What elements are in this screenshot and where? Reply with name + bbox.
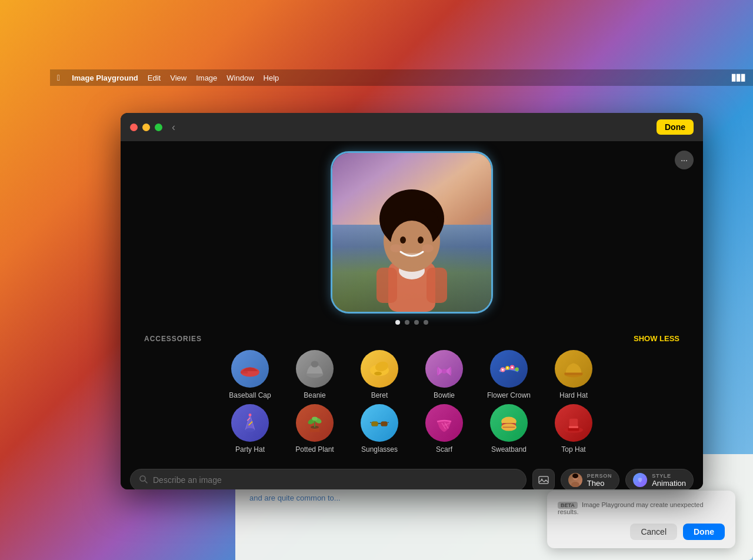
maximize-button[interactable] — [155, 124, 162, 131]
svg-point-10 — [400, 236, 406, 244]
svg-point-11 — [418, 236, 424, 244]
svg-rect-46 — [371, 422, 378, 426]
menu-bar:  Image Playground Edit View Image Windo… — [50, 69, 753, 86]
sweatband-icon — [490, 404, 528, 442]
svg-point-26 — [502, 369, 504, 371]
hard-hat-icon — [555, 350, 592, 388]
close-button[interactable] — [130, 124, 138, 131]
style-icon — [633, 473, 647, 487]
accessory-hard-hat[interactable]: Hard Hat — [544, 350, 603, 399]
show-less-button[interactable]: SHOW LESS — [634, 334, 679, 343]
text-line-3: and are quite common to... — [249, 492, 480, 505]
app-window: ‹ Done ··· — [121, 113, 703, 489]
hard-hat-label: Hard Hat — [559, 391, 588, 399]
bowtie-label: Bowtie — [434, 391, 455, 399]
search-icon — [139, 475, 148, 486]
sweatband-label: Sweatband — [491, 445, 527, 454]
cancel-button[interactable]: Cancel — [630, 524, 677, 540]
accessory-bowtie[interactable]: Bowtie — [415, 350, 474, 399]
alert-buttons: Cancel Done — [558, 524, 725, 540]
accessory-sunglasses[interactable]: Sunglasses — [350, 404, 409, 454]
person-svg — [332, 153, 491, 312]
alert-beta-notice: BETA Image Playground may create unexpec… — [558, 501, 725, 515]
dot-1[interactable] — [395, 320, 400, 325]
accessory-flower-crown[interactable]: Flower Crown — [479, 350, 538, 399]
menu-edit[interactable]: Edit — [148, 74, 161, 82]
main-content: ··· — [121, 141, 703, 489]
svg-point-64 — [571, 482, 579, 487]
image-placeholder — [332, 153, 491, 312]
svg-rect-2 — [427, 268, 447, 303]
generated-image[interactable] — [332, 153, 491, 312]
menu-window[interactable]: Window — [226, 74, 254, 82]
done-button[interactable]: Done — [657, 119, 694, 135]
accessory-beret[interactable]: Beret — [350, 350, 409, 399]
menu-app-name[interactable]: Image Playground — [72, 74, 138, 82]
svg-point-20 — [374, 372, 382, 375]
svg-point-34 — [249, 414, 252, 416]
top-hat-icon — [555, 404, 592, 442]
accessories-section: ACCESSORIES SHOW LESS Baseball Cap — [121, 334, 703, 464]
image-upload-button[interactable] — [532, 469, 555, 489]
svg-point-17 — [311, 361, 319, 367]
svg-line-60 — [145, 481, 147, 483]
person-label: PERSON — [587, 473, 612, 479]
search-input-container[interactable] — [130, 469, 527, 489]
accessories-row-2: Party Hat — [132, 404, 691, 454]
style-pill-text: STYLE Animation — [652, 473, 686, 488]
menu-image[interactable]: Image — [196, 74, 217, 82]
person-pill-text: PERSON Theo — [587, 473, 612, 488]
menu-bar-right: ▊▊▊ — [732, 74, 746, 82]
svg-rect-47 — [381, 422, 387, 426]
person-avatar — [568, 473, 582, 487]
minimize-button[interactable] — [142, 124, 150, 131]
svg-rect-57 — [568, 428, 579, 431]
accessory-potted-plant[interactable]: Potted Plant — [285, 404, 344, 454]
menu-help[interactable]: Help — [264, 74, 279, 82]
svg-point-25 — [515, 368, 518, 371]
svg-rect-1 — [376, 268, 397, 303]
battery-icon: ▊▊▊ — [732, 74, 746, 82]
dot-3[interactable] — [414, 320, 419, 325]
baseball-cap-icon — [231, 350, 269, 388]
confirm-done-button[interactable]: Done — [683, 524, 725, 540]
bottom-toolbar: PERSON Theo — [121, 464, 703, 489]
accessory-scarf[interactable]: Scarf — [415, 404, 474, 454]
accessories-header: ACCESSORIES SHOW LESS — [132, 334, 691, 343]
svg-point-65 — [572, 474, 578, 478]
menu-view[interactable]: View — [170, 74, 186, 82]
potted-plant-icon — [296, 404, 334, 442]
alert-dialog: BETA Image Playground may create unexpec… — [547, 491, 735, 548]
apple-logo-icon:  — [57, 73, 60, 82]
bowtie-icon — [425, 350, 463, 388]
svg-point-12 — [390, 244, 402, 252]
scarf-icon — [425, 404, 463, 442]
svg-point-40 — [312, 417, 318, 421]
back-button[interactable]: ‹ — [172, 121, 175, 134]
svg-rect-15 — [241, 371, 248, 374]
svg-point-27 — [507, 367, 508, 368]
party-hat-icon — [231, 404, 269, 442]
flower-crown-icon — [490, 350, 528, 388]
alert-beta-text: Image Playground may create unexpected r… — [558, 501, 704, 515]
party-hat-label: Party Hat — [235, 445, 265, 454]
accessory-beanie[interactable]: Beanie — [285, 350, 344, 399]
accessory-sweatband[interactable]: Sweatband — [479, 404, 538, 454]
person-pill[interactable]: PERSON Theo — [561, 469, 619, 489]
accessory-top-hat[interactable]: Top Hat — [544, 404, 603, 454]
baseball-cap-label: Baseball Cap — [229, 391, 271, 399]
more-icon: ··· — [681, 155, 688, 165]
dot-2[interactable] — [405, 320, 409, 325]
pagination-dots — [395, 320, 428, 325]
search-input[interactable] — [153, 475, 518, 485]
style-pill[interactable]: STYLE Animation — [625, 469, 694, 489]
svg-point-9 — [391, 221, 433, 268]
svg-point-21 — [442, 369, 447, 374]
accessory-party-hat[interactable]: Party Hat — [221, 404, 279, 454]
dot-4[interactable] — [424, 320, 428, 325]
accessory-baseball-cap[interactable]: Baseball Cap — [221, 350, 279, 399]
svg-point-13 — [422, 244, 434, 252]
more-options-button[interactable]: ··· — [675, 151, 694, 169]
beanie-label: Beanie — [304, 391, 325, 399]
accessories-title: ACCESSORIES — [144, 335, 202, 343]
